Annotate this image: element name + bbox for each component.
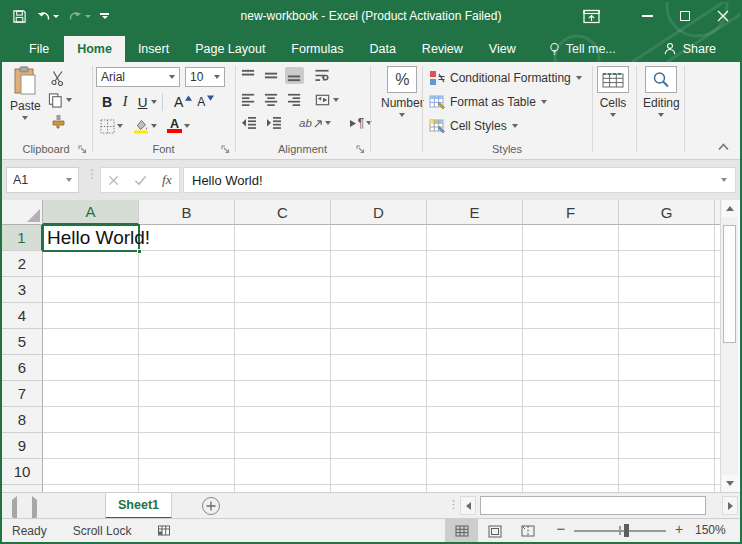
row-header[interactable]: 3 xyxy=(2,277,43,303)
collapse-ribbon-button[interactable] xyxy=(717,141,730,153)
bottom-align-button[interactable] xyxy=(285,67,304,84)
formula-input[interactable]: Hello World! xyxy=(183,167,736,193)
alignment-dialog-launcher[interactable] xyxy=(355,144,366,155)
orientation-dropdown-icon[interactable] xyxy=(325,121,331,125)
undo-dropdown-icon[interactable] xyxy=(53,15,59,18)
tab-home[interactable]: Home xyxy=(64,36,125,62)
cells-area[interactable]: Hello World! xyxy=(43,225,720,492)
horizontal-scroll-thumb[interactable] xyxy=(480,496,706,515)
undo-button[interactable] xyxy=(36,9,59,23)
merge-and-center-button[interactable] xyxy=(312,92,341,108)
scroll-up-button[interactable] xyxy=(722,200,738,217)
cells-button[interactable]: Cells xyxy=(597,66,629,117)
format-as-table-dropdown-icon[interactable] xyxy=(541,100,547,104)
conditional-formatting-dropdown-icon[interactable] xyxy=(576,76,582,80)
cut-button[interactable] xyxy=(50,70,66,86)
clipboard-dialog-launcher[interactable] xyxy=(77,144,88,155)
middle-align-button[interactable] xyxy=(262,67,281,84)
font-dialog-launcher[interactable] xyxy=(220,144,231,155)
tab-file[interactable]: File xyxy=(14,36,64,62)
expand-formula-bar-icon[interactable] xyxy=(721,178,727,182)
zoom-level[interactable]: 150% xyxy=(695,523,726,537)
row-header[interactable]: 2 xyxy=(2,251,43,277)
column-header-e[interactable]: E xyxy=(427,200,523,225)
formula-bar-grip[interactable]: ⋮ xyxy=(86,172,98,177)
name-box[interactable]: A1 xyxy=(6,167,79,193)
next-sheet-button[interactable] xyxy=(32,500,37,518)
font-color-dropdown-icon[interactable] xyxy=(184,124,190,128)
tab-formulas[interactable]: Formulas xyxy=(278,36,356,62)
cell-styles-button[interactable]: Cell Styles xyxy=(426,115,521,136)
tab-view[interactable]: View xyxy=(476,36,529,62)
tab-page-layout[interactable]: Page Layout xyxy=(182,36,278,62)
tab-bar-grip[interactable]: ⋮ xyxy=(448,498,459,511)
decrease-indent-button[interactable] xyxy=(239,115,259,131)
column-header-d[interactable]: D xyxy=(331,200,427,225)
previous-sheet-button[interactable] xyxy=(12,500,17,518)
increase-indent-button[interactable] xyxy=(264,115,284,131)
minimize-button[interactable] xyxy=(628,0,666,32)
format-as-table-button[interactable]: Format as Table xyxy=(426,91,550,112)
column-header-b[interactable]: B xyxy=(139,200,235,225)
tell-me-box[interactable]: Tell me... xyxy=(549,36,616,62)
bold-button[interactable]: B xyxy=(98,93,116,111)
cell-styles-dropdown-icon[interactable] xyxy=(512,124,518,128)
font-color-button[interactable]: A xyxy=(165,118,192,134)
align-right-button[interactable] xyxy=(285,91,304,108)
orientation-button[interactable]: ab xyxy=(297,116,333,130)
row-header[interactable]: 10 xyxy=(2,459,43,485)
row-header[interactable]: 9 xyxy=(2,433,43,459)
enter-check-icon[interactable] xyxy=(134,175,147,186)
close-button[interactable] xyxy=(704,0,742,32)
tab-data[interactable]: Data xyxy=(356,36,408,62)
name-box-dropdown-icon[interactable] xyxy=(66,178,72,182)
scroll-right-button[interactable] xyxy=(722,496,738,515)
scroll-down-button[interactable] xyxy=(722,475,738,492)
zoom-out-button[interactable]: − xyxy=(554,520,568,537)
customize-quick-access-toolbar-button[interactable] xyxy=(100,13,109,19)
align-left-button[interactable] xyxy=(239,91,258,108)
save-button[interactable] xyxy=(12,9,27,24)
tab-review[interactable]: Review xyxy=(409,36,476,62)
redo-dropdown-icon[interactable] xyxy=(85,15,91,18)
zoom-slider[interactable] xyxy=(574,530,666,532)
select-all-button[interactable] xyxy=(2,200,43,225)
normal-view-button[interactable] xyxy=(445,519,478,543)
zoom-slider-handle[interactable] xyxy=(624,524,629,537)
merge-dropdown-icon[interactable] xyxy=(333,98,339,102)
increase-font-size-button[interactable]: A xyxy=(172,93,194,111)
editing-dropdown-icon[interactable] xyxy=(658,113,664,117)
column-header-f[interactable]: F xyxy=(523,200,619,225)
page-break-preview-button[interactable] xyxy=(511,519,544,543)
row-header[interactable]: 8 xyxy=(2,407,43,433)
conditional-formatting-button[interactable]: Conditional Formatting xyxy=(426,67,585,88)
row-header[interactable]: 7 xyxy=(2,381,43,407)
ribbon-display-options-button[interactable] xyxy=(572,0,610,32)
row-header[interactable]: 11 xyxy=(2,485,43,492)
tab-insert[interactable]: Insert xyxy=(125,36,182,62)
column-header-g[interactable]: G xyxy=(619,200,715,225)
maximize-button[interactable] xyxy=(666,0,704,32)
macro-record-button[interactable] xyxy=(157,524,171,537)
number-format-button[interactable]: % Number xyxy=(381,66,424,117)
wrap-text-button[interactable] xyxy=(312,67,332,84)
copy-dropdown-icon[interactable] xyxy=(66,98,72,102)
underline-dropdown-icon[interactable] xyxy=(151,100,157,104)
format-painter-button[interactable] xyxy=(50,114,66,130)
fill-color-dropdown-icon[interactable] xyxy=(151,124,157,128)
new-sheet-button[interactable] xyxy=(202,497,220,515)
font-name-combo[interactable]: Arial xyxy=(96,67,180,87)
vertical-scrollbar[interactable] xyxy=(720,200,738,492)
borders-button[interactable] xyxy=(98,118,125,135)
vertical-scroll-thumb[interactable] xyxy=(723,225,736,343)
cancel-icon[interactable] xyxy=(108,175,119,186)
column-header-a[interactable]: A xyxy=(43,200,139,225)
insert-function-button[interactable]: fx xyxy=(162,172,172,188)
copy-button[interactable] xyxy=(48,92,72,108)
redo-button[interactable] xyxy=(68,9,91,23)
scroll-left-button[interactable] xyxy=(460,496,476,515)
decrease-font-size-button[interactable]: A xyxy=(195,94,216,110)
center-button[interactable] xyxy=(262,91,281,108)
cells-dropdown-icon[interactable] xyxy=(610,113,616,117)
sheet-tab[interactable]: Sheet1 xyxy=(105,493,172,519)
